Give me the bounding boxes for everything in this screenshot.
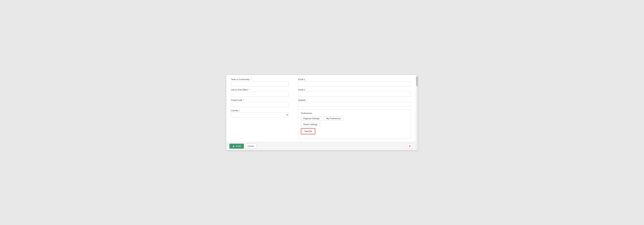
footer-bar: 💾 SAVE Cancel 🗑 (226, 142, 416, 150)
website-label: Website (298, 99, 411, 101)
email2-field-group: Email 2 (298, 88, 411, 97)
scrollbar-thumb[interactable] (416, 76, 418, 86)
preferences-row-1: Regional Settings My Preferences (301, 116, 408, 121)
postal-required-star: * (243, 99, 244, 101)
email1-label-text: Email 1 (298, 78, 305, 80)
left-panel: Town or Community * City or Post Office … (231, 78, 288, 139)
city-label-text: City or Post Office (231, 88, 248, 91)
country-field-group: Country * (231, 109, 288, 118)
telecmi-button[interactable]: TeleCMI (302, 129, 314, 134)
email2-input[interactable] (298, 92, 411, 97)
email1-input[interactable] (298, 81, 411, 86)
website-input[interactable] (298, 102, 411, 107)
town-label: Town or Community * (231, 78, 288, 80)
email2-label: Email 2 (298, 88, 411, 91)
email1-field-group: Email 1 (298, 78, 411, 86)
save-label: SAVE (236, 145, 241, 147)
postal-field-group: Postal Code * (231, 99, 288, 107)
my-preferences-button[interactable]: My Preferences (324, 116, 343, 121)
preferences-row-3: TeleCMI (301, 128, 408, 134)
delete-button[interactable]: 🗑 (407, 144, 413, 148)
preferences-row-2: Roster Settings (301, 122, 408, 126)
city-required-star: * (248, 88, 250, 91)
save-icon: 💾 (232, 145, 235, 147)
regional-settings-button[interactable]: Regional Settings (301, 116, 322, 121)
scrollbar-track[interactable] (416, 75, 418, 150)
email1-label: Email 1 (298, 78, 411, 80)
delete-icon: 🗑 (409, 145, 411, 147)
email2-label-text: Email 2 (298, 88, 305, 91)
city-field-group: City or Post Office * (231, 88, 288, 97)
roster-settings-button[interactable]: Roster Settings (301, 122, 320, 126)
town-input[interactable] (231, 81, 288, 86)
postal-label-text: Postal Code (231, 99, 242, 101)
country-label-text: Country (231, 109, 238, 112)
cancel-button[interactable]: Cancel (245, 144, 256, 148)
website-label-text: Website (298, 99, 306, 101)
telecmi-highlight-box: TeleCMI (301, 128, 315, 134)
country-required-star: * (239, 109, 240, 112)
town-required-star: * (250, 78, 251, 80)
preferences-legend: Preferences (301, 112, 408, 114)
postal-label: Postal Code * (231, 99, 288, 101)
town-label-text: Town or Community (231, 78, 250, 80)
town-field-group: Town or Community * (231, 78, 288, 86)
right-panel: Email 1 Email 2 Website (298, 78, 411, 139)
city-input[interactable] (231, 92, 288, 97)
city-label: City or Post Office * (231, 88, 288, 91)
postal-input[interactable] (231, 102, 288, 107)
country-label: Country * (231, 109, 288, 112)
website-field-group: Website (298, 99, 411, 107)
country-select[interactable] (231, 112, 288, 118)
save-button[interactable]: 💾 SAVE (230, 144, 244, 148)
preferences-section: Preferences Regional Settings My Prefere… (298, 109, 411, 139)
